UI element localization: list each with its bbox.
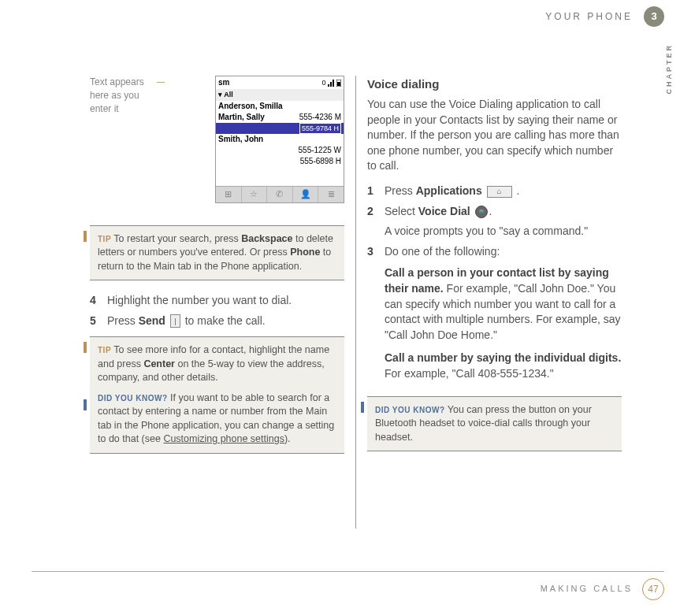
- callout-text: Text appears here as you enter it: [90, 76, 157, 115]
- contacts-icon: 👤: [293, 187, 319, 202]
- svg-rect-0: [328, 84, 329, 87]
- step-4: 4 Highlight the number you want to dial.: [90, 293, 344, 309]
- phone-toolbar: ⊞ ☆ ✆ 👤 ≣: [216, 186, 344, 202]
- header-title: YOUR PHONE: [545, 10, 633, 24]
- dyk-tab-icon: [361, 402, 364, 413]
- favorites-icon: ☆: [242, 187, 268, 202]
- section-title: Voice dialing: [367, 76, 622, 92]
- svg-rect-4: [337, 82, 340, 86]
- tip-tab-icon: [84, 342, 87, 353]
- step-4-text: Highlight the number you want to dial.: [107, 293, 344, 309]
- chapter-side-label: CHAPTER: [664, 43, 674, 95]
- tip-box-2: TIP To see more info for a contact, high…: [90, 336, 344, 454]
- step-3-lead: Do one of the following:: [385, 244, 622, 260]
- option-2-title: Call a number by saying the individual d…: [385, 351, 621, 364]
- intro-para: You can use the Voice Dialing applicatio…: [367, 97, 622, 174]
- page-footer: MAKING CALLS 47: [32, 571, 664, 600]
- step-1: 1 Press Applications ⌂ .: [367, 184, 622, 199]
- phone-screenshot: sm 0 ▾ All Anderson, Smilla Martin, Sall…: [215, 76, 344, 203]
- step-2-sub: A voice prompts you to "say a command.": [385, 224, 622, 239]
- tip-label: TIP: [98, 346, 111, 354]
- voice-dial-icon: [475, 206, 488, 218]
- customizing-link[interactable]: Customizing phone settings: [163, 433, 284, 444]
- tip-label: TIP: [98, 235, 111, 243]
- list-icon: ≣: [318, 187, 344, 202]
- phone-tab: ▾ All: [216, 89, 344, 101]
- page-header: YOUR PHONE 3: [545, 6, 664, 27]
- dyk-tab-icon: [84, 399, 87, 410]
- callout-leader-line: [157, 82, 165, 83]
- page-number: 47: [642, 578, 664, 600]
- call-icon: ✆: [267, 187, 293, 202]
- svg-rect-2: [333, 80, 334, 87]
- svg-rect-1: [330, 82, 332, 87]
- home-key-icon: ⌂: [487, 186, 512, 198]
- send-key-icon: |: [170, 314, 180, 328]
- phone-status-icons: 0: [321, 77, 341, 88]
- step-3: 3 Do one of the following: Call a person…: [367, 244, 622, 382]
- did-you-know-label: DID YOU KNOW?: [98, 394, 168, 403]
- footer-title: MAKING CALLS: [541, 583, 633, 595]
- step-5: 5 Press Send | to make the call.: [90, 314, 344, 329]
- did-you-know-box: DID YOU KNOW? You can press the button o…: [367, 396, 622, 452]
- did-you-know-label: DID YOU KNOW?: [375, 406, 445, 414]
- step-2: 2 Select Voice Dial . A voice prompts yo…: [367, 204, 622, 239]
- phone-search-text: sm: [218, 77, 229, 88]
- dialpad-icon: ⊞: [216, 187, 242, 202]
- tip-tab-icon: [84, 231, 87, 242]
- phone-list-selected: 555-9784 H: [216, 123, 344, 135]
- phone-list: Anderson, Smilla Martin, Sally555-4236 M…: [216, 101, 344, 168]
- chapter-badge: 3: [644, 6, 664, 27]
- tip-box-1: TIP To restart your search, press Backsp…: [90, 225, 344, 281]
